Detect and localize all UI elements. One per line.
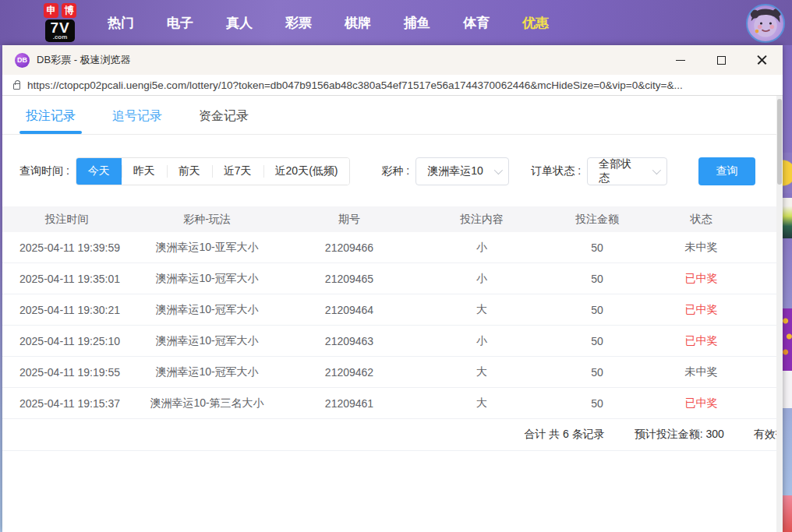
time-filter-label: 查询时间 : [19, 164, 69, 178]
time-range-group: 今天 昨天 前天 近7天 近20天(低频) [76, 157, 351, 185]
time-option-yesterday[interactable]: 昨天 [122, 158, 167, 185]
close-button[interactable] [751, 50, 772, 70]
cell-bet-content: 小 [415, 334, 548, 348]
cell-bet-amount: 50 [548, 366, 646, 379]
cell-issue: 21209464 [283, 304, 415, 316]
bg-banner-decor [783, 198, 792, 238]
bet-records-table: 投注时间 彩种-玩法 期号 投注内容 投注金额 状态 2025-04-11 19… [2, 206, 783, 451]
logo-box: 7V .com [45, 19, 74, 42]
screen: 申 博 7V .com 热门 电子 真人 彩票 棋牌 捕鱼 体育 优惠 [0, 0, 792, 532]
background-page-strip [783, 45, 792, 532]
lock-icon [13, 83, 20, 90]
filter-bar: 查询时间 : 今天 昨天 前天 近7天 近20天(低频) 彩种 : 澳洲幸运10… [19, 157, 783, 185]
cell-status: 已中奖 [646, 303, 756, 317]
cell-status: 已中奖 [646, 334, 756, 348]
nav-item-sports[interactable]: 体育 [463, 14, 490, 32]
tab-chase-records[interactable]: 追号记录 [112, 108, 162, 134]
close-icon [757, 55, 767, 65]
time-option-today[interactable]: 今天 [76, 158, 122, 185]
record-tabs: 投注记录 追号记录 资金记录 [2, 96, 783, 134]
search-button[interactable]: 查询 [698, 157, 755, 185]
chevron-down-icon [494, 166, 503, 174]
cell-game-play: 澳洲幸运10-冠军大小 [131, 334, 283, 348]
table-body: 2025-04-11 19:39:59 澳洲幸运10-亚军大小 21209466… [2, 232, 783, 419]
bg-star-decor [783, 153, 792, 193]
chevron-down-icon [652, 166, 661, 174]
table-row: 2025-04-11 19:30:21 澳洲幸运10-冠军大小 21209464… [2, 294, 783, 326]
bg-light-decor [783, 371, 792, 408]
cell-bet-amount: 50 [548, 273, 646, 285]
logo-badges: 申 博 [44, 3, 76, 18]
cell-bet-content: 小 [415, 241, 548, 255]
cell-bet-time: 2025-04-11 19:35:01 [2, 273, 131, 285]
cell-bet-amount: 50 [548, 397, 646, 410]
address-bar[interactable]: https://ctopcp02pcali.uengi5e.com/lotter… [2, 75, 783, 96]
time-option-20days[interactable]: 近20天(低频) [263, 158, 350, 185]
cell-issue: 21209466 [283, 241, 415, 254]
cell-bet-time: 2025-04-11 19:30:21 [2, 304, 131, 316]
nav-item-promo[interactable]: 优惠 [522, 14, 549, 32]
logo-badge-2: 博 [62, 3, 76, 18]
bg-purple-dots-decor [783, 308, 792, 371]
header-bet-amount: 投注金额 [548, 213, 646, 227]
header-status: 状态 [646, 213, 756, 227]
site-logo[interactable]: 申 博 7V .com [36, 3, 84, 42]
nav-item-live[interactable]: 真人 [226, 14, 253, 32]
status-filter-label: 订单状态 : [531, 164, 581, 178]
lottery-select[interactable]: 澳洲幸运10 [415, 157, 509, 185]
cell-game-play: 澳洲幸运10-第三名大小 [131, 396, 283, 410]
nav-item-fishing[interactable]: 捕鱼 [404, 14, 430, 32]
cell-bet-time: 2025-04-11 19:25:10 [2, 335, 131, 347]
main-menu: 热门 电子 真人 彩票 棋牌 捕鱼 体育 优惠 [108, 14, 549, 32]
table-row: 2025-04-11 19:35:01 澳洲幸运10-冠军大小 21209465… [2, 263, 783, 294]
cell-bet-amount: 50 [548, 241, 646, 254]
vertical-scrollbar[interactable] [776, 96, 783, 532]
cell-game-play: 澳洲幸运10-冠军大小 [131, 303, 283, 317]
window-title-bar[interactable]: DB DB彩票 - 极速浏览器 [2, 45, 783, 75]
cell-bet-time: 2025-04-11 19:15:37 [2, 397, 131, 410]
cell-bet-content: 大 [415, 303, 548, 317]
user-avatar[interactable] [746, 4, 785, 43]
header-issue: 期号 [283, 213, 415, 227]
logo-suffix-text: .com [50, 34, 69, 41]
cell-status: 已中奖 [646, 396, 756, 410]
table-header-row: 投注时间 彩种-玩法 期号 投注内容 投注金额 状态 [2, 206, 783, 232]
avatar-face-icon [748, 5, 783, 41]
cell-status: 已中奖 [646, 272, 756, 286]
tab-bet-records[interactable]: 投注记录 [26, 108, 76, 134]
cell-game-play: 澳洲幸运10-亚军大小 [131, 241, 283, 255]
nav-item-chess[interactable]: 棋牌 [345, 14, 371, 32]
cell-status: 未中奖 [646, 241, 756, 255]
maximize-icon [717, 56, 726, 65]
table-summary-row: 合计 共 6 条记录 预计投注金额: 300 有效投注金额: 300 [2, 419, 783, 451]
header-bet-time: 投注时间 [2, 213, 131, 227]
nav-item-electronic[interactable]: 电子 [167, 14, 193, 32]
cell-issue: 21209463 [283, 335, 415, 347]
minimize-icon [676, 60, 685, 61]
window-controls [670, 45, 772, 75]
status-select-value: 全部状态 [599, 157, 642, 185]
nav-item-hot[interactable]: 热门 [108, 14, 134, 32]
url-text[interactable]: https://ctopcp02pcali.uengi5e.com/lotter… [27, 79, 683, 91]
minimize-button[interactable] [670, 50, 691, 70]
time-option-day-before[interactable]: 前天 [167, 158, 212, 185]
table-row: 2025-04-11 19:15:37 澳洲幸运10-第三名大小 2120946… [2, 388, 783, 419]
cell-bet-amount: 50 [548, 335, 646, 347]
maximize-button[interactable] [711, 50, 731, 70]
tab-fund-records[interactable]: 资金记录 [199, 108, 249, 134]
order-status-select[interactable]: 全部状态 [587, 157, 667, 185]
time-option-7days[interactable]: 近7天 [212, 158, 263, 185]
table-row: 2025-04-11 19:39:59 澳洲幸运10-亚军大小 21209466… [2, 232, 783, 263]
summary-total-records: 合计 共 6 条记录 [524, 428, 604, 442]
cell-bet-content: 大 [415, 396, 548, 410]
scrollbar-thumb[interactable] [777, 99, 782, 185]
cell-bet-amount: 50 [548, 304, 646, 316]
cell-game-play: 澳洲幸运10-冠军大小 [131, 272, 283, 286]
cell-bet-content: 大 [415, 365, 548, 379]
page-content: 投注记录 追号记录 资金记录 查询时间 : 今天 昨天 前天 近7天 近20天(… [2, 96, 783, 532]
cell-game-play: 澳洲幸运10-冠军大小 [131, 365, 283, 379]
nav-item-lottery[interactable]: 彩票 [285, 14, 312, 32]
cell-bet-time: 2025-04-11 19:19:55 [2, 366, 131, 379]
browser-window: DB DB彩票 - 极速浏览器 https://ctopcp02pcali.ue… [2, 45, 783, 532]
lottery-select-value: 澳洲幸运10 [427, 164, 483, 178]
